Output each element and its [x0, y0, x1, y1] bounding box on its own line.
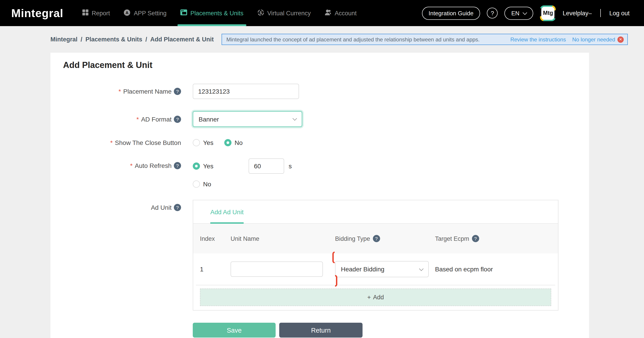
label-text: Show The Close Button: [115, 139, 181, 146]
app-store-icon: A: [124, 9, 130, 17]
integration-guide-button[interactable]: Integration Guide: [422, 6, 480, 19]
username: Levelplay–: [563, 10, 592, 16]
main-nav: Report A APP Setting Placements & Units …: [75, 0, 363, 26]
ad-unit-table-header: Index Unit Name Bidding Type ? Target Ec…: [193, 224, 558, 253]
logout-button[interactable]: Log out: [609, 10, 630, 16]
nav-item-account[interactable]: Account: [318, 0, 364, 26]
nav-item-virtual-currency[interactable]: $ Virtual Currency: [250, 0, 318, 26]
topnav-right: Integration Guide ? EN Mtg Levelplay– Lo…: [422, 5, 630, 21]
bidding-type-help-icon[interactable]: ?: [373, 235, 380, 242]
notice-banner: Mintegral launched the concept of ad pla…: [221, 34, 628, 45]
add-placement-card: Add Placement & Unit * Placement Name ? …: [50, 53, 589, 338]
header-text: Bidding Type: [335, 235, 370, 242]
required-marker: *: [118, 88, 121, 95]
notice-close-icon[interactable]: ×: [618, 36, 624, 42]
chevron-down-icon: [419, 266, 424, 271]
ad-format-value: Banner: [198, 115, 219, 123]
red-highlight-annotation: Header Bidding: [332, 252, 435, 287]
refresh-interval-wrap: s: [248, 158, 292, 174]
option-label: No: [203, 180, 211, 188]
auto-refresh-yes-option[interactable]: Yes: [193, 162, 214, 170]
nav-label: Placements & Units: [190, 10, 244, 16]
breadcrumb: Mintegral / Placements & Units / Add Pla…: [50, 36, 214, 43]
help-button[interactable]: ?: [487, 8, 498, 18]
required-marker: *: [136, 115, 139, 123]
label-text: Placement Name: [123, 88, 172, 95]
option-label: Yes: [203, 162, 214, 170]
header-bidding-type: Bidding Type ?: [335, 235, 435, 242]
radio-unchecked-icon[interactable]: [193, 139, 200, 146]
ad-format-help-icon[interactable]: ?: [174, 115, 181, 123]
add-label: Add: [373, 294, 384, 301]
label-text: AD Format: [141, 115, 172, 123]
radio-unchecked-icon[interactable]: [193, 180, 200, 188]
radio-checked-icon[interactable]: [193, 162, 200, 170]
ad-unit-help-icon[interactable]: ?: [174, 204, 181, 211]
option-label: Yes: [203, 139, 214, 146]
unit-name-input[interactable]: [230, 262, 323, 277]
auto-refresh-yes-line: Yes s: [193, 158, 292, 174]
nav-item-report[interactable]: Report: [75, 0, 117, 26]
language-dropdown[interactable]: EN: [504, 6, 534, 19]
chevron-down-icon: [292, 116, 297, 121]
ad-unit-table-row: 1 Header Bidding Based on ecpm floor: [193, 253, 558, 285]
auto-refresh-help-icon[interactable]: ?: [174, 162, 181, 169]
unit-name-cell: [230, 262, 335, 277]
subheader: Mintegral / Placements & Units / Add Pla…: [0, 26, 644, 53]
close-button-no-option[interactable]: No: [224, 139, 243, 146]
header-index: Index: [200, 235, 230, 242]
label-text: Ad Unit: [151, 204, 172, 211]
report-grid-icon: [82, 9, 88, 17]
breadcrumb-separator: /: [146, 36, 147, 43]
review-instructions-link[interactable]: Review the instructions: [510, 36, 566, 42]
required-marker: *: [130, 162, 133, 169]
bidding-type-cell: Header Bidding: [335, 254, 435, 285]
ad-format-select[interactable]: Banner: [193, 111, 302, 127]
page: Mintegral Report A APP Setting Placement…: [0, 0, 644, 338]
radio-checked-icon[interactable]: [224, 139, 232, 146]
bidding-type-select[interactable]: Header Bidding: [335, 261, 429, 277]
auto-refresh-no-option[interactable]: No: [193, 180, 292, 188]
label-text: Auto Refresh: [135, 162, 172, 169]
target-ecpm-help-icon[interactable]: ?: [472, 235, 479, 242]
return-button[interactable]: Return: [279, 323, 362, 338]
save-button[interactable]: Save: [193, 323, 276, 338]
auto-refresh-row: * Auto Refresh ? Yes s: [63, 158, 576, 188]
mintegral-logo[interactable]: Mintegral: [11, 6, 63, 19]
close-button-label: * Show The Close Button: [63, 139, 181, 146]
nav-item-app-setting[interactable]: A APP Setting: [117, 0, 173, 26]
svg-text:A: A: [126, 10, 128, 15]
header-text: Target Ecpm: [435, 235, 469, 242]
refresh-interval-input[interactable]: [248, 158, 284, 174]
bidding-type-value: Header Bidding: [341, 266, 384, 273]
required-marker: *: [110, 139, 112, 146]
ad-unit-panel: Add Ad Unit Index Unit Name Bidding Type…: [193, 200, 558, 311]
avatar-text: Mtg: [542, 6, 554, 19]
breadcrumb-item-add-placement: Add Placement & Unit: [150, 36, 214, 43]
nav-item-placements-units[interactable]: Placements & Units: [173, 0, 250, 26]
placement-name-input[interactable]: [193, 84, 299, 99]
close-button-row: * Show The Close Button Yes No: [63, 139, 576, 146]
auto-refresh-label: * Auto Refresh ?: [63, 158, 181, 169]
virtual-currency-icon: $: [257, 9, 264, 17]
close-button-radio-group: Yes No: [193, 139, 243, 146]
avatar[interactable]: Mtg: [540, 5, 556, 21]
ad-format-label: * AD Format ?: [63, 115, 181, 123]
integration-guide-label: Integration Guide: [428, 10, 473, 16]
plus-icon: +: [367, 294, 371, 301]
tab-add-ad-unit[interactable]: Add Ad Unit: [210, 200, 244, 223]
placement-name-help-icon[interactable]: ?: [174, 88, 181, 95]
breadcrumb-item-placements[interactable]: Placements & Units: [86, 36, 142, 43]
question-mark-icon: ?: [491, 10, 494, 16]
svg-text:$: $: [260, 10, 262, 15]
account-person-icon: [324, 9, 332, 17]
option-label: No: [235, 139, 243, 146]
close-button-yes-option[interactable]: Yes: [193, 139, 214, 146]
add-unit-button[interactable]: + Add: [200, 289, 551, 306]
no-longer-needed-link[interactable]: No longer needed: [572, 36, 615, 42]
breadcrumb-item-mintegral[interactable]: Mintegral: [50, 36, 78, 43]
auto-refresh-controls: Yes s No: [193, 158, 292, 188]
ad-unit-label: Ad Unit ?: [63, 200, 181, 211]
top-navbar: Mintegral Report A APP Setting Placement…: [0, 0, 644, 26]
page-title: Add Placement & Unit: [63, 60, 576, 70]
